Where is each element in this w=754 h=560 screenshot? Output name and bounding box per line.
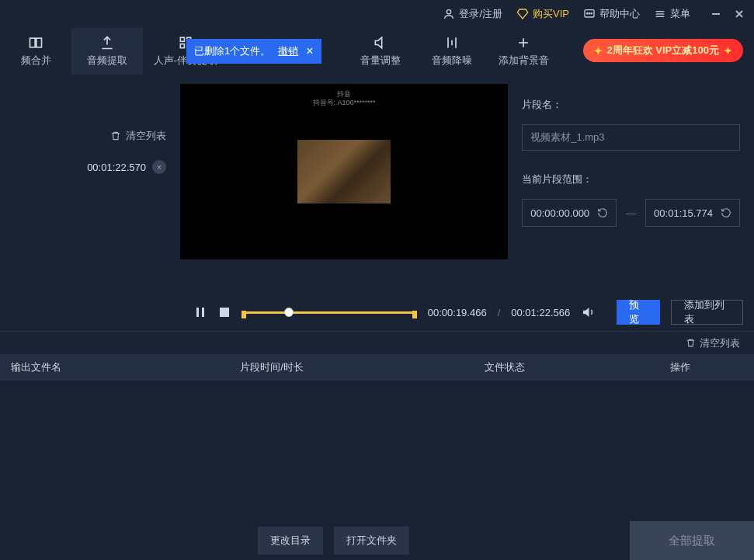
svg-rect-15 bbox=[180, 44, 184, 48]
trash-icon bbox=[110, 130, 121, 141]
svg-rect-13 bbox=[180, 37, 184, 41]
file-duration: 00:01:22.570 bbox=[87, 162, 146, 173]
svg-rect-24 bbox=[220, 308, 229, 317]
output-list-header: 输出文件名 片段时间/时长 文件状态 操作 bbox=[0, 354, 754, 381]
range-start-marker[interactable] bbox=[241, 311, 246, 318]
help-label: 帮助中心 bbox=[599, 7, 640, 21]
output-list-body bbox=[0, 381, 754, 544]
reset-icon bbox=[721, 207, 731, 218]
merge-icon bbox=[28, 35, 43, 50]
tab-label: 音量调整 bbox=[360, 54, 401, 68]
sparkle-icon: ✦ bbox=[724, 45, 732, 57]
chat-icon bbox=[583, 8, 596, 20]
plus-icon bbox=[516, 35, 531, 50]
total-time: 00:01:22.566 bbox=[511, 307, 570, 318]
clear-list-label: 清空列表 bbox=[126, 129, 166, 143]
time-separator: / bbox=[498, 307, 501, 318]
remove-file-button[interactable]: × bbox=[152, 160, 166, 174]
close-button[interactable] bbox=[732, 7, 746, 21]
col-duration: 片段时间/时长 bbox=[140, 360, 404, 374]
bottom-bar: 更改目录 打开文件夹 全部提取 bbox=[0, 521, 754, 560]
pause-button[interactable] bbox=[194, 305, 207, 319]
range-separator: — bbox=[626, 207, 636, 219]
change-dir-button[interactable]: 更改目录 bbox=[258, 527, 323, 555]
range-start-value: 00:00:00.000 bbox=[530, 207, 589, 219]
video-thumbnail bbox=[297, 140, 391, 203]
speaker-icon bbox=[373, 35, 388, 50]
range-end-value: 00:01:15.774 bbox=[654, 207, 713, 219]
clip-name-input[interactable] bbox=[522, 124, 740, 151]
work-area: 清空列表 00:01:22.570 × 抖音 抖音号: A100********… bbox=[0, 75, 754, 294]
seek-handle[interactable] bbox=[284, 308, 294, 317]
user-icon bbox=[443, 8, 455, 20]
toast-close-button[interactable]: × bbox=[306, 44, 313, 58]
stop-button[interactable] bbox=[217, 305, 230, 319]
close-icon bbox=[734, 9, 745, 19]
menu-link[interactable]: 菜单 bbox=[654, 7, 690, 21]
preview-button[interactable]: 预览 bbox=[617, 300, 660, 325]
svg-rect-11 bbox=[30, 38, 36, 47]
svg-point-3 bbox=[589, 13, 589, 14]
toast-notification: 已删除1个文件。 撤销 × bbox=[186, 39, 321, 64]
toast-message: 已删除1个文件。 bbox=[194, 44, 270, 58]
seek-slider[interactable] bbox=[241, 303, 417, 322]
pause-icon bbox=[195, 307, 206, 318]
volume-button[interactable] bbox=[581, 305, 595, 319]
output-list-toolbar: 清空列表 bbox=[0, 331, 754, 354]
undo-link[interactable]: 撤销 bbox=[278, 44, 298, 58]
video-preview[interactable]: 抖音 抖音号: A100******** bbox=[180, 84, 508, 259]
stop-icon bbox=[219, 307, 230, 318]
clear-output-list-button[interactable]: 清空列表 bbox=[686, 336, 740, 350]
promo-text: 2周年狂欢 VIP立减100元 bbox=[607, 43, 720, 57]
reset-icon bbox=[597, 207, 608, 218]
svg-rect-23 bbox=[202, 308, 204, 317]
change-dir-label: 更改目录 bbox=[270, 534, 311, 548]
login-link[interactable]: 登录/注册 bbox=[443, 7, 502, 21]
tab-bgm[interactable]: 添加背景音 bbox=[488, 28, 559, 75]
add-to-list-button[interactable]: 添加到列表 bbox=[671, 300, 743, 325]
col-status: 文件状态 bbox=[404, 360, 606, 374]
equalizer-icon bbox=[444, 35, 460, 50]
tab-label: 频合并 bbox=[21, 54, 51, 68]
promo-banner[interactable]: ✦ 2周年狂欢 VIP立减100元 ✦ bbox=[583, 39, 744, 62]
upload-icon bbox=[99, 35, 115, 50]
range-end-marker[interactable] bbox=[412, 311, 417, 318]
clip-name-label: 片段名： bbox=[522, 98, 740, 112]
range-label: 当前片段范围： bbox=[522, 172, 740, 186]
buy-vip-link[interactable]: 购买VIP bbox=[516, 7, 569, 21]
tab-label: 音频提取 bbox=[87, 54, 127, 68]
login-label: 登录/注册 bbox=[459, 7, 502, 21]
range-end-input[interactable]: 00:01:15.774 bbox=[645, 199, 740, 227]
tab-audio-extract[interactable]: 音频提取 bbox=[71, 28, 143, 75]
window-controls bbox=[709, 7, 746, 21]
title-bar: 登录/注册 购买VIP 帮助中心 菜单 bbox=[0, 0, 754, 28]
open-folder-button[interactable]: 打开文件夹 bbox=[334, 527, 409, 555]
minimize-button[interactable] bbox=[709, 7, 723, 21]
col-filename: 输出文件名 bbox=[0, 360, 140, 374]
clear-output-label: 清空列表 bbox=[700, 336, 740, 350]
watermark: 抖音 抖音号: A100******** bbox=[313, 90, 376, 107]
watermark-line2: 抖音号: A100******** bbox=[313, 99, 376, 107]
vip-label: 购买VIP bbox=[533, 7, 569, 21]
col-action: 操作 bbox=[606, 360, 754, 374]
tab-volume[interactable]: 音量调整 bbox=[345, 28, 416, 75]
add-to-list-label: 添加到列表 bbox=[684, 298, 730, 326]
current-time: 00:00:19.466 bbox=[428, 307, 487, 318]
file-item[interactable]: 00:01:22.570 × bbox=[87, 160, 166, 174]
tab-label: 添加背景音 bbox=[499, 54, 549, 68]
preview-button-label: 预览 bbox=[629, 298, 648, 326]
extract-all-label: 全部提取 bbox=[669, 534, 715, 548]
tab-denoise[interactable]: 音频降噪 bbox=[416, 28, 488, 75]
clear-list-button[interactable]: 清空列表 bbox=[110, 129, 166, 143]
tab-label: 音频降噪 bbox=[432, 54, 472, 68]
minimize-icon bbox=[711, 9, 721, 19]
help-link[interactable]: 帮助中心 bbox=[583, 7, 640, 21]
open-folder-label: 打开文件夹 bbox=[346, 534, 397, 548]
trash-icon bbox=[686, 338, 696, 348]
menu-icon bbox=[654, 8, 666, 20]
extract-all-button[interactable]: 全部提取 bbox=[630, 521, 754, 560]
tab-merge[interactable]: 频合并 bbox=[0, 28, 71, 75]
clip-settings-panel: 片段名： 当前片段范围： 00:00:00.000 — 00:01:15.774 bbox=[508, 75, 754, 294]
diamond-icon bbox=[516, 8, 529, 20]
range-start-input[interactable]: 00:00:00.000 bbox=[522, 199, 617, 227]
